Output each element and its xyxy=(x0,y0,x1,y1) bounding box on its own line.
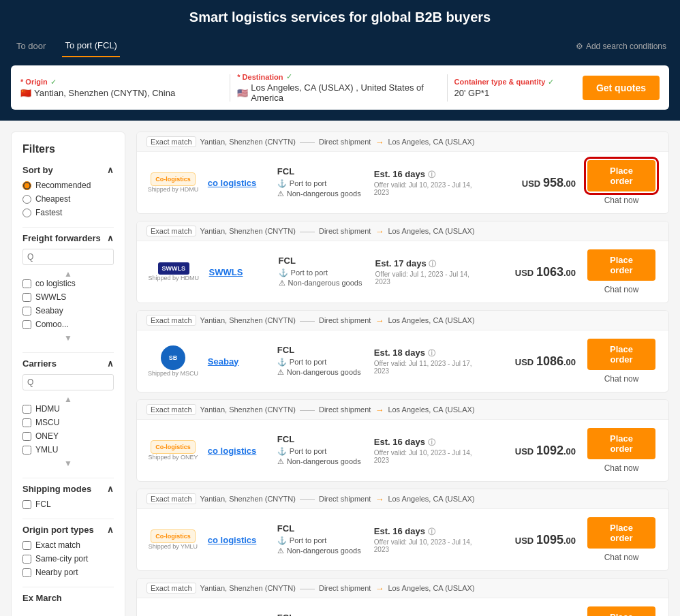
add-conditions-button[interactable]: ⚙ Add search conditions xyxy=(576,42,666,51)
sort-cheapest[interactable]: Cheapest xyxy=(22,194,114,204)
est-label-2: Est. 17 days ⓘ xyxy=(375,258,486,269)
non-dangerous-4: ⚠ Non-dangerous goods xyxy=(277,457,366,466)
origin-field[interactable]: * Origin ✓ 🇨🇳 Yantian, Shenzhen (CNYTN),… xyxy=(20,78,223,98)
anchor-icon: ⚓ xyxy=(277,358,287,367)
warning-icon: ⚠ xyxy=(277,546,284,555)
est-days-container-4: Est. 16 days ⓘ Offer valid: Jul 10, 2023… xyxy=(374,437,486,464)
ff-seabay[interactable]: Seabay xyxy=(22,306,114,315)
service-info-5: FCL ⚓ Port to port ⚠ Non-dangerous goods xyxy=(277,523,366,557)
port-to-port-2: ⚓ Port to port xyxy=(279,268,367,277)
tab-to-port-fcl[interactable]: To port (FCL) xyxy=(62,35,120,57)
scroll-down-ff[interactable]: ▼ xyxy=(22,333,114,343)
ff-co-logistics[interactable]: co logistics xyxy=(22,279,114,288)
freight-forwarders-search[interactable] xyxy=(22,249,114,265)
carrier-ymlu[interactable]: YMLU xyxy=(22,445,114,455)
scroll-up-carriers[interactable]: ▲ xyxy=(22,395,114,404)
price-currency-3: USD xyxy=(515,357,536,367)
shipping-mode-fcl[interactable]: FCL xyxy=(22,499,114,509)
price-2: USD 1063.00 xyxy=(494,265,576,279)
port-type-nearby[interactable]: Nearby port xyxy=(22,568,114,577)
us-flag: 🇺🇸 xyxy=(237,88,248,98)
forwarder-name-3[interactable]: Seabay xyxy=(208,356,269,367)
scroll-down-carriers[interactable]: ▼ xyxy=(22,459,114,468)
chat-now-link-2[interactable]: Chat now xyxy=(604,285,639,294)
forwarder-name-4[interactable]: co logistics xyxy=(208,446,269,456)
carrier-hdmu[interactable]: HDMU xyxy=(22,404,114,414)
port-type-same-city[interactable]: Same-city port xyxy=(22,554,114,564)
forwarder-name-2[interactable]: SWWLS xyxy=(209,267,271,277)
forwarder-name-container-5: co logistics xyxy=(208,535,269,545)
chat-now-link-1[interactable]: Chat now xyxy=(604,196,639,205)
est-label-5: Est. 16 days ⓘ xyxy=(374,526,486,537)
ff-swwls[interactable]: SWWLS xyxy=(22,292,114,302)
chevron-up-icon-shipping: ∧ xyxy=(107,484,114,494)
service-type-3: FCL xyxy=(277,345,366,355)
actions-1: Place order Chat now xyxy=(584,160,659,205)
place-order-button-3[interactable]: Place order xyxy=(587,339,655,370)
route-arrow-icon: → xyxy=(375,315,384,326)
get-quotes-button[interactable]: Get quotes xyxy=(583,76,660,100)
est-days-container-1: Est. 16 days ⓘ Offer valid: Jul 10, 2023… xyxy=(374,169,486,196)
service-info-3: FCL ⚓ Port to port ⚠ Non-dangerous goods xyxy=(277,345,366,378)
offer-valid-1: Offer valid: Jul 10, 2023 - Jul 14, 2023 xyxy=(374,181,486,196)
shipment-type: Direct shipment xyxy=(319,405,371,414)
non-dangerous-2: ⚠ Non-dangerous goods xyxy=(279,279,367,288)
place-order-button-2[interactable]: Place order xyxy=(587,249,655,281)
carrier-mscu[interactable]: MSCU xyxy=(22,418,114,427)
result-route-6: Exact match Yantian, Shenzhen (CNYTN) ——… xyxy=(137,579,668,598)
result-route-2: Exact match Yantian, Shenzhen (CNYTN) ——… xyxy=(137,221,668,241)
sort-fastest[interactable]: Fastest xyxy=(22,208,114,217)
long-arrow-icon: —— xyxy=(300,405,315,414)
container-value: 20' GP*1 xyxy=(454,88,576,98)
forwarder-name-1[interactable]: co logistics xyxy=(208,178,269,188)
place-order-button-1[interactable]: Place order xyxy=(587,160,655,191)
exact-match-badge: Exact match xyxy=(146,583,196,594)
result-body-1: Co-logistics Shipped by HDMU co logistic… xyxy=(137,152,668,213)
chevron-up-icon: ∧ xyxy=(107,165,114,175)
destination-field[interactable]: * Destination ✓ 🇺🇸 Los Angeles, CA (USLA… xyxy=(237,72,439,103)
ff-comoo[interactable]: Comoo... xyxy=(22,320,114,329)
result-card-6: Exact match Yantian, Shenzhen (CNYTN) ——… xyxy=(136,578,669,616)
chat-now-link-3[interactable]: Chat now xyxy=(604,374,639,384)
price-whole-1: 958 xyxy=(543,176,563,189)
place-order-button-4[interactable]: Place order xyxy=(587,428,655,459)
place-order-button-6[interactable]: Place order xyxy=(587,606,655,616)
result-body-4: Co-logistics Shipped by ONEY co logistic… xyxy=(137,420,668,481)
destination-text: Los Angeles, CA (USLAX) xyxy=(388,495,474,503)
warning-icon: ⚠ xyxy=(277,189,284,198)
place-order-button-5[interactable]: Place order xyxy=(587,517,655,549)
carriers-header[interactable]: Carriers ∧ xyxy=(22,358,114,369)
est-days-container-5: Est. 16 days ⓘ Offer valid: Jul 10, 2023… xyxy=(374,526,486,553)
chat-now-link-5[interactable]: Chat now xyxy=(604,553,639,562)
results-list: Exact match Yantian, Shenzhen (CNYTN) ——… xyxy=(136,132,669,616)
freight-forwarders-header[interactable]: Freight forwarders ∧ xyxy=(22,233,114,243)
origin-text: Yantian, Shenzhen (CNYTN) xyxy=(200,227,296,235)
info-icon-2: ⓘ xyxy=(429,260,436,268)
port-type-exact[interactable]: Exact match xyxy=(22,540,114,550)
tab-to-door[interactable]: To door xyxy=(14,35,48,57)
carriers-search[interactable] xyxy=(22,374,114,390)
price-whole-2: 1063 xyxy=(536,265,563,279)
offer-valid-3: Offer valid: Jul 11, 2023 - Jul 17, 2023 xyxy=(374,360,486,375)
sort-recommended[interactable]: Recommended xyxy=(22,181,114,190)
divider2 xyxy=(447,74,448,102)
forwarder-name-5[interactable]: co logistics xyxy=(208,535,269,545)
price-4: USD 1092.00 xyxy=(494,444,576,458)
origin-text: Yantian, Shenzhen (CNYTN) xyxy=(200,495,296,503)
price-whole-5: 1095 xyxy=(536,533,563,546)
shipping-modes-header[interactable]: Shipping modes ∧ xyxy=(22,484,114,494)
divider1 xyxy=(230,74,230,102)
info-icon-4: ⓘ xyxy=(428,438,435,446)
carrier-oney[interactable]: ONEY xyxy=(22,431,114,441)
sort-by-section: Sort by ∧ Recommended Cheapest Fastest xyxy=(22,165,114,217)
route-arrow-icon: → xyxy=(375,583,384,594)
service-type-4: FCL xyxy=(277,434,366,444)
result-card-4: Exact match Yantian, Shenzhen (CNYTN) ——… xyxy=(136,399,669,482)
origin-port-types-header[interactable]: Origin port types ∧ xyxy=(22,525,114,535)
sort-by-header[interactable]: Sort by ∧ xyxy=(22,165,114,175)
chat-now-link-4[interactable]: Chat now xyxy=(604,463,639,473)
container-field[interactable]: Container type & quantity ✓ 20' GP*1 xyxy=(454,78,576,98)
forwarder-logo-5: Co-logistics Shipped by YMLU xyxy=(146,529,200,550)
warning-icon: ⚠ xyxy=(279,279,285,288)
scroll-up-ff[interactable]: ▲ xyxy=(22,269,114,279)
